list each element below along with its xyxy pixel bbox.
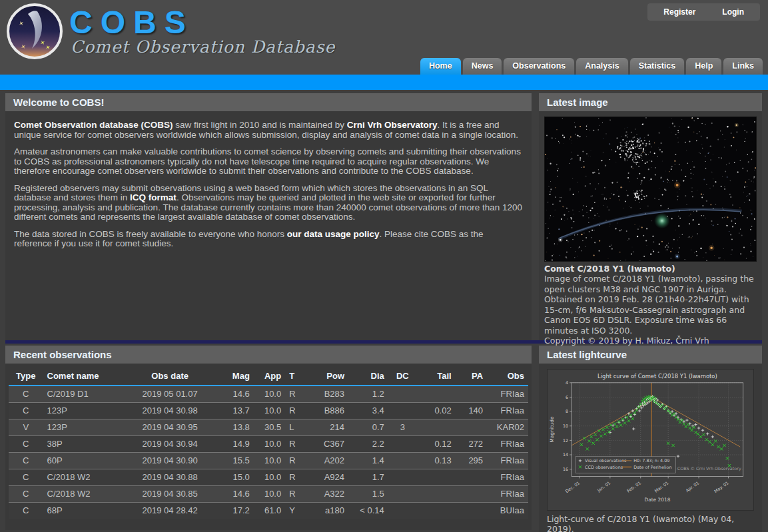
welcome-paragraph: Registered observers may submit observat…: [14, 184, 523, 222]
inline-link[interactable]: Crni Vrh Observatory: [347, 120, 438, 130]
accent-strip: [0, 75, 768, 90]
table-cell: 10.0: [254, 386, 285, 402]
welcome-title: Welcome to COBS!: [5, 93, 532, 111]
svg-text:Date of Perihelion: Date of Perihelion: [633, 465, 671, 470]
table-cell: FRIaa: [487, 402, 528, 419]
table-cell: 2019 04 30.98: [122, 402, 218, 419]
latest-image-title: Latest image: [539, 93, 762, 111]
text: saw first light in 2010 and is maintaine…: [173, 120, 347, 130]
table-cell: 0.13: [417, 452, 456, 469]
lightcurve-chart[interactable]: 46810121416Dec. 01Jan. 01Feb. 01Mar. 01A…: [547, 369, 754, 511]
table-cell: C: [9, 435, 43, 452]
text: The data stored in COBS is freely availa…: [14, 229, 287, 239]
column-header: Obs date: [122, 368, 218, 386]
recent-observations-title: Recent observations: [5, 346, 532, 364]
table-cell: [388, 502, 417, 519]
cobs-logo[interactable]: [7, 3, 63, 59]
table-cell: 68P: [43, 502, 122, 519]
table-cell: C: [9, 386, 43, 402]
main-content: Welcome to COBS! Comet Observation datab…: [0, 90, 768, 532]
table-cell: [417, 502, 456, 519]
panel-welcome: Welcome to COBS! Comet Observation datab…: [5, 93, 532, 340]
table-cell: R: [285, 452, 303, 469]
nav-tabs: HomeNewsObservationsAnalysisStatisticsHe…: [420, 58, 763, 75]
table-cell: 61.0: [254, 502, 285, 519]
table-row: CC/2018 W22019 04 30.8514.610.0RA3221.5F…: [9, 485, 528, 502]
table-cell: 295: [456, 452, 487, 469]
table-cell: [456, 386, 487, 402]
lightcurve-body: 46810121416Dec. 01Jan. 01Feb. 01Mar. 01A…: [539, 364, 762, 532]
table-cell: [388, 485, 417, 502]
table-cell: C: [9, 485, 43, 502]
table-cell: 2.2: [348, 435, 388, 452]
tab-help[interactable]: Help: [686, 58, 721, 75]
table-cell: R: [285, 485, 303, 502]
tab-observations[interactable]: Observations: [504, 58, 574, 75]
svg-text:CCD observations: CCD observations: [585, 465, 623, 470]
table-cell: FRIaa: [487, 386, 528, 402]
svg-text:16: 16: [563, 467, 568, 472]
table-cell: 140: [456, 402, 487, 419]
lightcurve-title: Latest lightcurve: [539, 346, 762, 364]
tab-links[interactable]: Links: [723, 58, 763, 75]
table-cell: R: [285, 435, 303, 452]
svg-text:Light curve of Comet C/2018 Y1: Light curve of Comet C/2018 Y1 (Iwamoto): [597, 373, 717, 380]
register-button[interactable]: Register: [663, 7, 695, 17]
table-row: C38P2019 04 30.9414.910.0RC3672.20.12272…: [9, 435, 528, 452]
table-cell: 14.6: [218, 386, 254, 402]
table-cell: B886: [303, 402, 348, 419]
table-cell: L: [285, 419, 303, 435]
inline-link[interactable]: ICQ format: [130, 192, 177, 202]
tab-statistics[interactable]: Statistics: [630, 58, 685, 75]
table-cell: A322: [303, 485, 348, 502]
table-cell: 2019 05 01.07: [122, 386, 218, 402]
table-cell: 123P: [43, 419, 122, 435]
svg-text:8: 8: [566, 409, 568, 414]
svg-text:4: 4: [566, 380, 568, 386]
welcome-paragraph: Comet Observation database (COBS) saw fi…: [14, 121, 523, 140]
table-cell: Y: [285, 502, 303, 519]
table-cell: 15.0: [218, 469, 254, 485]
table-cell: 3: [388, 419, 417, 435]
table-cell: C367: [303, 435, 348, 452]
table-cell: 2019 04 30.94: [122, 435, 218, 452]
tab-home[interactable]: Home: [420, 58, 461, 75]
table-cell: [388, 386, 417, 402]
panel-latest-image: Latest image Comet C/2018 Y1 (Iwamoto) I…: [539, 93, 762, 340]
table-cell: 10.0: [254, 435, 285, 452]
table-cell: 214: [303, 419, 348, 435]
column-header: DC: [388, 368, 417, 386]
table-cell: 2019 04 30.85: [122, 485, 218, 502]
table-header-row: TypeComet nameObs dateMagAppTPowDiaDCTai…: [9, 368, 528, 386]
table-cell: a180: [303, 502, 348, 519]
column-header: PA: [456, 368, 487, 386]
comet-photo[interactable]: [544, 117, 757, 262]
panel-lightcurve: Latest lightcurve 46810121416Dec. 01Jan.…: [539, 346, 762, 532]
inline-link[interactable]: our data usage policy: [287, 229, 380, 239]
table-row: C68P2019 04 28.4217.261.0Ya180< 0.14BUIa…: [9, 502, 528, 519]
table-cell: [388, 435, 417, 452]
site-header: COBS Comet Observation Database Register…: [0, 0, 768, 75]
table-cell: A924: [303, 469, 348, 485]
text: Amateur astronomers can make valuable co…: [14, 146, 521, 176]
table-cell: C: [9, 452, 43, 469]
table-cell: 10.0: [254, 402, 285, 419]
auth-box: Register Login: [647, 3, 760, 21]
table-cell: C: [9, 469, 43, 485]
tab-news[interactable]: News: [463, 58, 502, 75]
table-cell: [456, 469, 487, 485]
column-header: Mag: [218, 368, 254, 386]
brand-title: COBS: [69, 4, 194, 41]
table-cell: 13.8: [218, 419, 254, 435]
svg-text:10: 10: [563, 423, 568, 429]
table-cell: [417, 469, 456, 485]
table-cell: R: [285, 402, 303, 419]
login-button[interactable]: Login: [722, 7, 744, 17]
table-cell: A202: [303, 452, 348, 469]
bold-text: Comet Observation database (COBS): [14, 120, 173, 130]
image-caption-body: Image of comet C/2018 Y1 (Iwamoto), pass…: [544, 274, 757, 336]
welcome-paragraph: Amateur astronomers can make valuable co…: [14, 147, 523, 176]
table-cell: 60P: [43, 452, 122, 469]
tab-analysis[interactable]: Analysis: [576, 58, 627, 75]
table-cell: [388, 402, 417, 419]
